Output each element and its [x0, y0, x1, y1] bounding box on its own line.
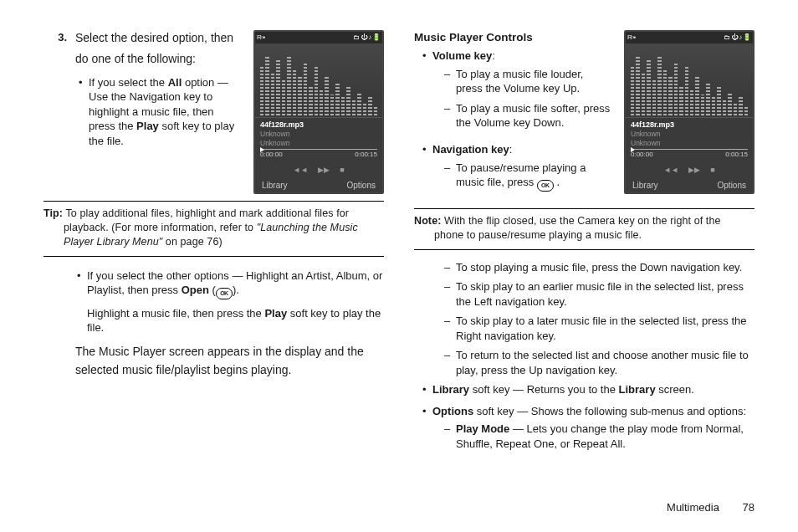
track-meta2: Unknown — [255, 139, 382, 148]
tip-block: Tip: To play additional files, highlight… — [43, 207, 384, 251]
bold-play: Play — [264, 307, 287, 320]
ok-icon: OK — [216, 288, 233, 299]
dash-text: . — [554, 176, 560, 188]
time-total: 0:00:15 — [355, 151, 377, 160]
dash-text: To skip play to an earlier music file in… — [456, 279, 755, 309]
softkey-options: Options — [718, 180, 746, 192]
stop-icon: ■ — [340, 165, 344, 175]
music-player-screenshot: R▫▪ 🗀 ⏻ ♪ 🔋 44f128r.mp3 Unknown Unknown … — [253, 30, 384, 194]
track-meta2: Unknown — [626, 139, 753, 148]
dash-text: To play a music file louder, press the V… — [456, 67, 612, 96]
status-left: R▫▪ — [257, 33, 265, 43]
bold-volume: Volume key — [432, 49, 492, 62]
bold-library: Library — [619, 383, 656, 396]
left-bullet-1: • If you select the All option — Use the… — [79, 75, 242, 149]
stop-icon: ■ — [710, 165, 714, 175]
note-label: Note: — [414, 215, 441, 227]
step-text-line1: Select the desired option, then — [75, 30, 242, 46]
status-right: 🗀 ⏻ ♪ 🔋 — [353, 33, 381, 43]
track-meta1: Unknown — [626, 130, 753, 139]
text-span: ( — [209, 284, 216, 296]
softkey-library: Library — [262, 180, 288, 192]
text-span: screen. — [656, 383, 694, 396]
bullet-volume: • Volume key: –To play a music file loud… — [422, 49, 612, 136]
bullet-options: • Options soft key — Shows the following… — [422, 404, 755, 457]
track-name: 44f128r.mp3 — [255, 118, 382, 130]
bold-open: Open — [182, 284, 209, 296]
equalizer — [626, 43, 753, 118]
ok-icon: OK — [537, 180, 554, 192]
step-text-line2: do one of the following: — [75, 51, 242, 67]
section-heading: Music Player Controls — [414, 30, 612, 45]
tip-text2: on page 76) — [162, 236, 222, 248]
track-meta1: Unknown — [255, 130, 382, 139]
dash-text: To pause/resume playing a music file, pr… — [456, 161, 586, 189]
footer-section: Multimedia — [667, 501, 719, 514]
play-icon: ▶▶ — [318, 165, 330, 175]
bold-playmode: Play Mode — [456, 422, 509, 435]
page-number: 78 — [743, 501, 755, 514]
bold-library: Library — [432, 383, 469, 396]
text-span: ). — [233, 284, 239, 296]
text-span: soft key — Shows the following sub-menus… — [473, 405, 746, 417]
bold-navigation: Navigation key — [432, 143, 509, 156]
text-span: Highlight a music file, then press the — [87, 307, 264, 320]
note-block: Note: With the flip closed, use the Came… — [414, 214, 755, 244]
bold-play: Play — [136, 120, 159, 132]
text-span: If you select the — [89, 76, 168, 89]
result-paragraph: The Music Player screen appears in the d… — [75, 342, 384, 380]
tip-label: Tip: — [43, 207, 63, 219]
bullet-library: • Library soft key — Returns you to the … — [422, 382, 755, 397]
text-span: soft key — Returns you to the — [469, 383, 618, 396]
note-text: With the flip closed, use the Camera key… — [434, 215, 721, 241]
track-name: 44f128r.mp3 — [626, 118, 753, 130]
right-column: Music Player Controls • Volume key: –To … — [414, 30, 755, 494]
bold-options: Options — [432, 405, 473, 417]
dash-text: To stop playing a music file, press the … — [456, 260, 755, 275]
bullet-navigation: • Navigation key: – To pause/resume play… — [422, 142, 612, 197]
prev-icon: ◄◄ — [293, 165, 308, 175]
status-right: 🗀 ⏻ ♪ 🔋 — [724, 33, 751, 43]
equalizer — [255, 43, 382, 118]
softkey-options: Options — [347, 180, 376, 192]
left-bullet-2: • If you select the other options — High… — [77, 269, 384, 335]
dash-text: To play a music file softer, press the V… — [456, 101, 612, 130]
bold-all: All — [168, 76, 182, 89]
music-player-screenshot: R▫▪ 🗀 ⏻ ♪ 🔋 44f128r.mp3 Unknown Unknown … — [624, 30, 755, 194]
softkey-library: Library — [632, 180, 658, 192]
prev-icon: ◄◄ — [663, 165, 678, 175]
dash-text: To skip play to a later music file in th… — [456, 314, 755, 343]
status-left: R▫▪ — [627, 33, 636, 43]
left-column: 3. Select the desired option, then do on… — [43, 30, 384, 494]
dash-text: To return to the selected list and choos… — [456, 348, 755, 377]
step-3: 3. Select the desired option, then do on… — [43, 30, 242, 156]
time-total: 0:00:15 — [725, 151, 748, 160]
page-footer: Multimedia 78 — [43, 494, 755, 515]
play-icon: ▶▶ — [688, 165, 700, 175]
step-number: 3. — [43, 30, 75, 156]
